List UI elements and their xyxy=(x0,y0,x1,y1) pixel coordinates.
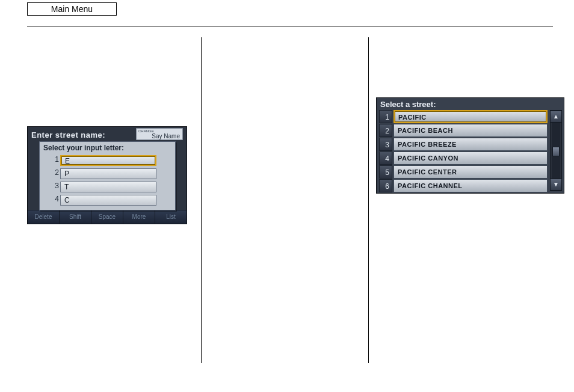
enter-street-title: Enter street name: xyxy=(31,130,105,139)
letter-row-1[interactable]: 1 E xyxy=(60,155,156,166)
letter-row-3[interactable]: 3 T xyxy=(60,182,156,192)
street-row-6[interactable]: 6 PACIFIC CHANNEL xyxy=(379,179,548,192)
street-row-2[interactable]: 2 PACIFIC BEACH xyxy=(379,124,548,137)
say-name-button[interactable]: CHANGE Say Name xyxy=(136,128,183,140)
street-list: 1 PACIFIC 2 PACIFIC BEACH 3 PACIFIC BREE… xyxy=(379,110,548,193)
letter-row-2[interactable]: 2 P xyxy=(60,168,156,179)
kb-delete[interactable]: Delete xyxy=(28,210,60,224)
street-row-4-cell[interactable]: PACIFIC CANYON xyxy=(393,152,548,165)
kb-list[interactable]: List xyxy=(155,210,187,224)
letter-row-1-idx: 1 xyxy=(49,155,59,164)
letter-row-4-cell[interactable]: C xyxy=(60,195,156,206)
street-row-6-idx: 6 xyxy=(379,179,392,192)
street-row-1-cell[interactable]: PACIFIC xyxy=(393,110,548,123)
header-rule xyxy=(27,26,553,26)
street-row-1[interactable]: 1 PACIFIC xyxy=(379,110,548,123)
street-row-3-cell[interactable]: PACIFIC BREEZE xyxy=(393,138,548,151)
street-row-4[interactable]: 4 PACIFIC CANYON xyxy=(379,152,548,165)
street-row-2-cell[interactable]: PACIFIC BEACH xyxy=(393,124,548,137)
column-divider-1 xyxy=(201,37,202,363)
scroll-thumb[interactable] xyxy=(552,147,560,156)
scroll-down-icon[interactable]: ▼ xyxy=(551,179,561,191)
scroll-up-icon[interactable]: ▲ xyxy=(551,111,561,123)
street-row-3-idx: 3 xyxy=(379,138,392,151)
select-street-title: Select a street: xyxy=(380,100,436,109)
street-row-3[interactable]: 3 PACIFIC BREEZE xyxy=(379,138,548,151)
letter-row-3-idx: 3 xyxy=(49,182,59,190)
letter-row-4-idx: 4 xyxy=(49,195,59,203)
main-menu-box[interactable]: Main Menu xyxy=(27,2,117,16)
input-letter-popup-title: Select your input letter: xyxy=(43,144,124,152)
street-row-5-idx: 5 xyxy=(379,165,392,179)
letter-row-1-cell[interactable]: E xyxy=(60,155,156,166)
street-row-2-idx: 2 xyxy=(379,124,392,137)
street-row-6-cell[interactable]: PACIFIC CHANNEL xyxy=(393,179,548,192)
street-scrollbar[interactable]: ▲ ▼ xyxy=(550,110,562,191)
kb-space[interactable]: Space xyxy=(91,210,123,224)
keyboard-bottom-bar: Delete Shift Space More List xyxy=(28,210,187,224)
say-name-label: Say Name xyxy=(152,133,180,139)
street-row-5[interactable]: 5 PACIFIC CENTER xyxy=(379,165,548,179)
letter-row-2-idx: 2 xyxy=(49,168,59,177)
letter-row-3-cell[interactable]: T xyxy=(60,182,156,192)
input-letter-popup: Select your input letter: 1 E 2 P 3 T 4 … xyxy=(39,141,176,210)
column-divider-2 xyxy=(368,37,369,363)
select-street-screen: Select a street: 1 PACIFIC 2 PACIFIC BEA… xyxy=(376,97,564,194)
letter-row-4[interactable]: 4 C xyxy=(60,195,156,206)
kb-more[interactable]: More xyxy=(123,210,155,224)
letter-row-2-cell[interactable]: P xyxy=(60,168,156,179)
street-row-4-idx: 4 xyxy=(379,152,392,165)
kb-shift[interactable]: Shift xyxy=(60,210,91,224)
street-row-5-cell[interactable]: PACIFIC CENTER xyxy=(393,165,548,179)
enter-street-screen: Enter street name: CHANGE Say Name Delet… xyxy=(27,126,187,224)
street-row-1-idx: 1 xyxy=(379,110,392,123)
